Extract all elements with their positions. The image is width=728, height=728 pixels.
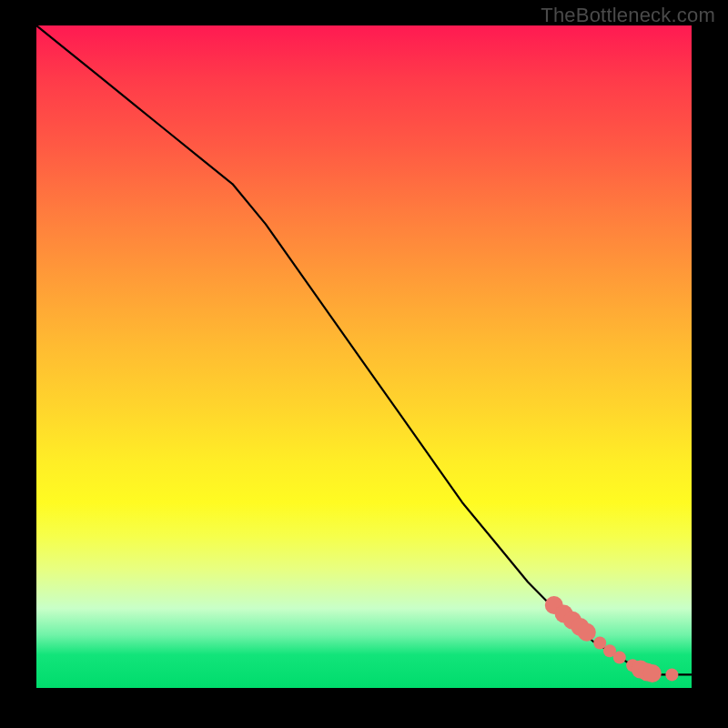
- chart-frame: TheBottleneck.com: [0, 0, 728, 728]
- plot-area: [36, 25, 692, 688]
- highlight-marker: [665, 668, 678, 681]
- red-marker-layer: [545, 596, 679, 682]
- highlight-marker: [613, 652, 626, 664]
- black-curve-line: [36, 25, 692, 674]
- watermark-text: TheBottleneck.com: [541, 4, 715, 27]
- highlight-marker: [593, 637, 606, 650]
- highlight-marker: [578, 623, 596, 642]
- chart-svg: [36, 25, 692, 688]
- highlight-marker: [643, 664, 662, 682]
